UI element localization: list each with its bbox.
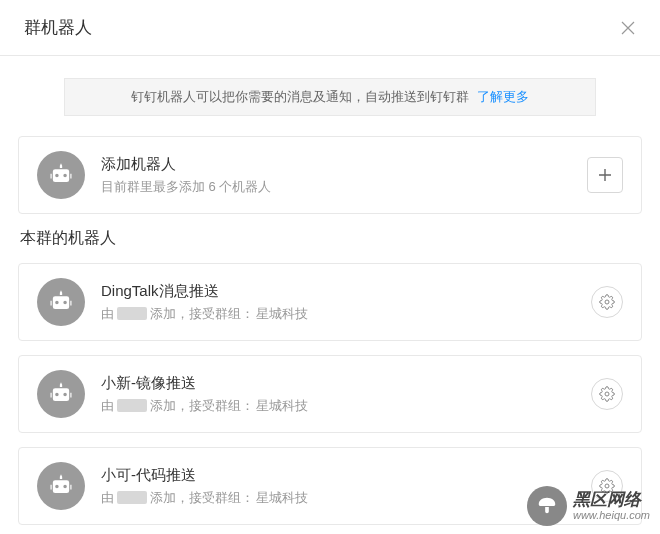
mushroom-icon <box>527 486 567 526</box>
settings-button[interactable] <box>591 286 623 318</box>
add-robot-card: 添加机器人 目前群里最多添加 6 个机器人 <box>18 136 642 214</box>
bot-name: 小新-镜像推送 <box>101 374 575 393</box>
info-banner: 钉钉机器人可以把你需要的消息及通知，自动推送到钉钉群 了解更多 <box>64 78 596 116</box>
bot-name: DingTalk消息推送 <box>101 282 575 301</box>
bot-meta: 由 添加，接受群组： 星城科技 <box>101 489 575 507</box>
add-robot-title: 添加机器人 <box>101 155 571 174</box>
watermark-sub: www.heiqu.com <box>573 509 650 521</box>
redacted-name <box>117 399 147 412</box>
meta-suffix: 添加，接受群组： <box>150 489 254 507</box>
list-item: 小新-镜像推送 由 添加，接受群组： 星城科技 <box>18 355 642 433</box>
bot-name: 小可-代码推送 <box>101 466 575 485</box>
robot-icon <box>37 462 85 510</box>
add-card-body: 添加机器人 目前群里最多添加 6 个机器人 <box>101 155 571 196</box>
banner-text: 钉钉机器人可以把你需要的消息及通知，自动推送到钉钉群 <box>131 89 469 104</box>
redacted-name <box>117 307 147 320</box>
meta-prefix: 由 <box>101 305 114 323</box>
bot-meta: 由 添加，接受群组： 星城科技 <box>101 305 575 323</box>
learn-more-link[interactable]: 了解更多 <box>477 89 529 104</box>
svg-point-1 <box>605 392 609 396</box>
meta-prefix: 由 <box>101 397 114 415</box>
bot-group: 星城科技 <box>256 489 308 507</box>
watermark: 黑区网络 www.heiqu.com <box>527 486 650 526</box>
bot-body: 小可-代码推送 由 添加，接受群组： 星城科技 <box>101 466 575 507</box>
svg-point-0 <box>605 300 609 304</box>
close-icon[interactable] <box>620 20 636 36</box>
watermark-text: 黑区网络 www.heiqu.com <box>573 491 650 522</box>
add-robot-subtitle: 目前群里最多添加 6 个机器人 <box>101 178 571 196</box>
list-item: DingTalk消息推送 由 添加，接受群组： 星城科技 <box>18 263 642 341</box>
content-area: 添加机器人 目前群里最多添加 6 个机器人 本群的机器人 DingTalk消息推… <box>0 136 660 525</box>
dialog-header: 群机器人 <box>0 0 660 56</box>
bot-body: DingTalk消息推送 由 添加，接受群组： 星城科技 <box>101 282 575 323</box>
bot-meta: 由 添加，接受群组： 星城科技 <box>101 397 575 415</box>
bot-group: 星城科技 <box>256 305 308 323</box>
robot-icon <box>37 370 85 418</box>
add-robot-button[interactable] <box>587 157 623 193</box>
dialog-title: 群机器人 <box>24 16 92 39</box>
meta-suffix: 添加，接受群组： <box>150 397 254 415</box>
bot-group: 星城科技 <box>256 397 308 415</box>
watermark-main: 黑区网络 <box>573 491 650 510</box>
section-title: 本群的机器人 <box>20 228 642 249</box>
redacted-name <box>117 491 147 504</box>
settings-button[interactable] <box>591 378 623 410</box>
meta-suffix: 添加，接受群组： <box>150 305 254 323</box>
robot-icon <box>37 278 85 326</box>
robot-icon <box>37 151 85 199</box>
bot-body: 小新-镜像推送 由 添加，接受群组： 星城科技 <box>101 374 575 415</box>
meta-prefix: 由 <box>101 489 114 507</box>
